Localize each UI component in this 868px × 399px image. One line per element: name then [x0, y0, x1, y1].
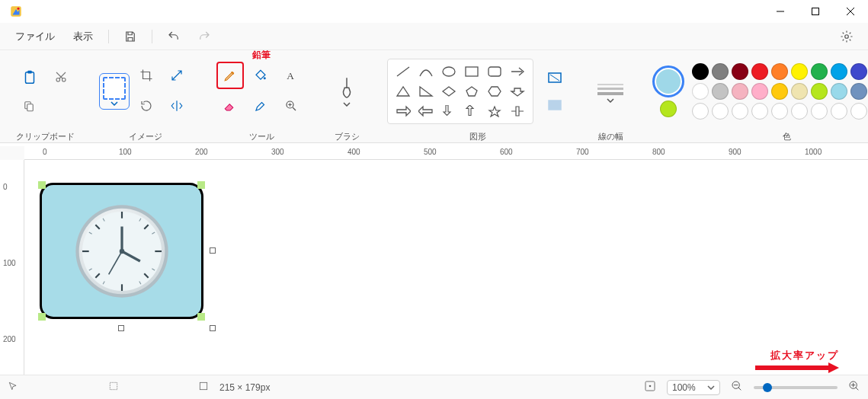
- menu-view[interactable]: 表示: [67, 27, 99, 46]
- chevron-down-icon: [111, 101, 118, 106]
- color-swatch[interactable]: [811, 83, 828, 100]
- flip-button[interactable]: [163, 92, 191, 120]
- color-swatch-empty[interactable]: [850, 103, 867, 120]
- fill-tool[interactable]: [247, 62, 274, 89]
- shape-fill-button[interactable]: [541, 91, 569, 119]
- zoom-slider-thumb[interactable]: [763, 383, 772, 392]
- color-swatch-empty[interactable]: [831, 103, 847, 120]
- text-tool[interactable]: A: [277, 62, 305, 89]
- section-label: ブラシ: [335, 131, 360, 142]
- shapes-gallery[interactable]: [387, 59, 533, 124]
- window-maximize-button[interactable]: [798, 0, 833, 23]
- divider: [108, 30, 109, 43]
- selection-handle[interactable]: [197, 181, 205, 189]
- color-palette: [692, 63, 868, 120]
- ruler-tick: 800: [652, 148, 665, 156]
- color-swatch[interactable]: [831, 83, 847, 100]
- color-swatch[interactable]: [712, 83, 729, 100]
- color-swatch[interactable]: [791, 83, 808, 100]
- eraser-tool[interactable]: [216, 92, 244, 120]
- canvas-resize-handle-e[interactable]: [210, 247, 216, 254]
- horizontal-ruler: 01002003004005006007008009001000: [24, 146, 868, 160]
- svg-point-1: [18, 8, 20, 10]
- color-swatch[interactable]: [692, 63, 709, 80]
- ruler-tick: 200: [195, 148, 208, 156]
- paste-button[interactable]: [15, 63, 44, 92]
- stroke-width-button[interactable]: [593, 64, 628, 119]
- color-swatch-empty[interactable]: [692, 103, 709, 120]
- color-swatch-empty[interactable]: [771, 103, 788, 120]
- window-minimize-button[interactable]: [763, 0, 798, 23]
- svg-point-44: [649, 385, 652, 388]
- zoom-in-button[interactable]: [848, 380, 860, 394]
- crop-button[interactable]: [133, 62, 160, 89]
- color-swatch[interactable]: [811, 63, 828, 80]
- color-swatch[interactable]: [732, 83, 748, 100]
- undo-button[interactable]: [162, 24, 186, 49]
- selection-handle[interactable]: [197, 313, 205, 321]
- section-label: 図形: [469, 131, 486, 142]
- color-swatch-empty[interactable]: [791, 103, 808, 120]
- divider: [152, 30, 152, 43]
- ruler-tick: 0: [43, 148, 47, 156]
- select-tool[interactable]: [99, 73, 130, 110]
- color-swatch[interactable]: [771, 83, 788, 100]
- app-icon: [9, 5, 23, 18]
- cut-button[interactable]: [47, 63, 75, 91]
- color-swatch[interactable]: [831, 63, 847, 80]
- color-swatch[interactable]: [712, 63, 729, 80]
- brushes-button[interactable]: [331, 64, 363, 119]
- window-close-button[interactable]: [833, 0, 868, 23]
- color2-swatch[interactable]: [660, 101, 677, 117]
- color-swatch[interactable]: [751, 83, 768, 100]
- canvas-area[interactable]: [24, 160, 868, 375]
- color-swatch-empty[interactable]: [712, 103, 729, 120]
- color1-swatch[interactable]: [652, 65, 684, 97]
- svg-rect-7: [27, 104, 34, 111]
- settings-button[interactable]: [834, 24, 859, 49]
- canvas-resize-handle-s[interactable]: [118, 325, 124, 331]
- zoom-combo[interactable]: 100%: [667, 380, 720, 395]
- selection-handle[interactable]: [38, 181, 46, 189]
- redo-button[interactable]: [192, 24, 216, 49]
- ribbon-section-colors: 色: [648, 53, 868, 142]
- canvas-selection[interactable]: [40, 183, 203, 319]
- save-button[interactable]: [118, 24, 143, 49]
- copy-button[interactable]: [15, 92, 43, 120]
- pencil-annotation: 鉛筆: [252, 49, 271, 62]
- color-picker-tool[interactable]: [247, 92, 274, 120]
- canvas-resize-handle-se[interactable]: [210, 325, 216, 331]
- color-swatch-empty[interactable]: [732, 103, 748, 120]
- color-swatch-empty[interactable]: [811, 103, 828, 120]
- color-swatch-empty[interactable]: [751, 103, 768, 120]
- ruler-tick: 700: [576, 148, 589, 156]
- svg-rect-2: [812, 8, 819, 15]
- ribbon-section-image: イメージ: [94, 53, 197, 142]
- color-swatch[interactable]: [850, 63, 867, 80]
- color-swatch[interactable]: [692, 83, 709, 100]
- svg-point-3: [845, 34, 849, 38]
- color-swatch[interactable]: [771, 63, 788, 80]
- color-swatch[interactable]: [732, 63, 748, 80]
- section-label: クリップボード: [16, 131, 75, 142]
- cursor-position-icon: [8, 381, 18, 394]
- fit-screen-icon[interactable]: [644, 380, 656, 394]
- resize-button[interactable]: [163, 62, 191, 89]
- magnifier-tool[interactable]: [277, 92, 305, 120]
- selection-handle[interactable]: [38, 313, 46, 321]
- ruler-tick: 400: [348, 148, 360, 156]
- ribbon-section-brushes: ブラシ: [326, 53, 367, 142]
- menu-file[interactable]: ファイル: [9, 27, 61, 46]
- selection-indicator-icon: [108, 381, 119, 394]
- color-swatch[interactable]: [751, 63, 768, 80]
- pencil-tool[interactable]: [216, 62, 244, 89]
- section-label: 線の幅: [598, 131, 623, 142]
- zoom-out-button[interactable]: [731, 380, 743, 394]
- rotate-button[interactable]: [133, 92, 160, 120]
- color-swatch[interactable]: [850, 83, 867, 100]
- zoom-value: 100%: [672, 382, 696, 393]
- shape-outline-button[interactable]: [541, 64, 569, 91]
- ruler-tick: 100: [119, 148, 132, 156]
- color-swatch[interactable]: [791, 63, 808, 80]
- zoom-slider[interactable]: [754, 386, 838, 389]
